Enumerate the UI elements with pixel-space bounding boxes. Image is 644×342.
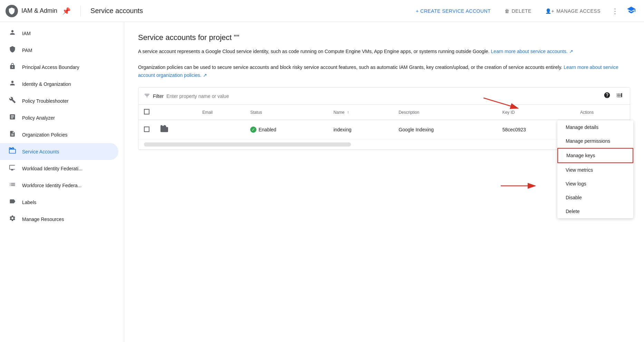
- content-area: Service accounts for project "" A servic…: [124, 22, 644, 342]
- sidebar-item-iam[interactable]: IAM: [0, 25, 118, 42]
- sidebar-item-policy-troubleshooter[interactable]: Policy Troubleshooter: [0, 92, 118, 109]
- sidebar-item-iam-label: IAM: [22, 31, 31, 36]
- sort-icon: ↑: [347, 110, 349, 115]
- sidebar-item-mr-label: Manage Resources: [22, 217, 64, 222]
- workforce-identity-icon: [8, 181, 17, 190]
- dropdown-manage-permissions[interactable]: Manage permissions: [557, 134, 633, 148]
- col-actions-header: Actions: [575, 105, 630, 120]
- sidebar-item-labels[interactable]: Labels: [0, 194, 118, 211]
- filter-label: Filter: [153, 93, 164, 99]
- org-policies-icon: [8, 130, 17, 139]
- table-header-row: Email Status Name ↑ Description Key ID A…: [138, 105, 630, 120]
- main-layout: IAM PAM Principal Access Boundary Identi…: [0, 22, 644, 342]
- dropdown-view-metrics[interactable]: View metrics: [557, 163, 633, 177]
- col-status-header: Status: [245, 105, 328, 120]
- col-email-header: Email: [197, 105, 245, 120]
- help-button[interactable]: [602, 90, 612, 102]
- app-logo-icon: [6, 5, 18, 17]
- content-desc1: A service account represents a Google Cl…: [138, 48, 630, 55]
- pin-icon: 📌: [62, 7, 71, 15]
- dropdown-disable[interactable]: Disable: [557, 191, 633, 204]
- sidebar-item-manage-resources[interactable]: Manage Resources: [0, 211, 118, 228]
- content-desc2: Organization policies can be used to sec…: [138, 63, 630, 79]
- sidebar-item-principal-access-boundary[interactable]: Principal Access Boundary: [0, 59, 118, 76]
- horizontal-scrollbar[interactable]: [144, 142, 351, 147]
- sidebar-item-identity-organization[interactable]: Identity & Organization: [0, 76, 118, 92]
- create-service-account-button[interactable]: + CREATE SERVICE ACCOUNT: [410, 6, 496, 17]
- app-logo: IAM & Admin 📌: [6, 5, 71, 17]
- col-icon-header: [155, 105, 197, 120]
- row-checkbox-cell: [138, 120, 155, 140]
- delete-button[interactable]: 🗑 DELETE: [499, 6, 537, 17]
- sidebar-item-pam-label: PAM: [22, 48, 32, 53]
- workload-identity-icon: [8, 164, 17, 173]
- sidebar-item-sa-label: Service Accounts: [22, 149, 59, 154]
- sidebar-item-workload-identity[interactable]: Workload Identity Federati...: [0, 160, 118, 177]
- toolbar-right: [602, 90, 624, 102]
- row-email-cell: [197, 120, 245, 140]
- top-header: IAM & Admin 📌 Service accounts + CREATE …: [0, 0, 644, 22]
- iam-icon: [8, 29, 17, 38]
- select-all-checkbox[interactable]: [144, 109, 149, 114]
- sidebar: IAM PAM Principal Access Boundary Identi…: [0, 22, 124, 342]
- row-description-cell: Google Indexing: [393, 120, 497, 140]
- sidebar-item-labels-label: Labels: [22, 200, 36, 205]
- dropdown-view-logs[interactable]: View logs: [557, 177, 633, 191]
- more-options-button[interactable]: ⋮: [609, 4, 621, 18]
- sidebar-item-pa-label: Policy Analyzer: [22, 115, 55, 121]
- sidebar-item-pam[interactable]: PAM: [0, 42, 118, 59]
- actions-dropdown-menu: Manage details Manage permissions Manage…: [557, 120, 633, 218]
- row-checkbox[interactable]: [144, 127, 149, 132]
- learn-more-sa-link[interactable]: Learn more about service accounts. ↗: [491, 49, 573, 54]
- columns-button[interactable]: [615, 90, 624, 102]
- sidebar-item-org-policies[interactable]: Organization Policies: [0, 126, 118, 143]
- sidebar-item-identity-label: Identity & Organization: [22, 81, 71, 87]
- manage-access-button[interactable]: 👤+ MANAGE ACCESS: [540, 6, 606, 17]
- row-icon-cell: [155, 120, 197, 140]
- delete-icon: 🗑: [505, 8, 510, 14]
- dropdown-manage-keys[interactable]: Manage keys: [557, 148, 633, 163]
- filter-icon: [144, 92, 150, 100]
- status-enabled: ✓ Enabled: [250, 127, 322, 133]
- dropdown-delete[interactable]: Delete: [557, 204, 633, 218]
- header-actions: + CREATE SERVICE ACCOUNT 🗑 DELETE 👤+ MAN…: [410, 3, 638, 19]
- sidebar-item-pab-label: Principal Access Boundary: [22, 64, 79, 70]
- sidebar-item-workforce-identity[interactable]: Workforce Identity Federa...: [0, 177, 118, 194]
- row-status-cell: ✓ Enabled: [245, 120, 328, 140]
- labels-icon: [8, 198, 17, 207]
- sidebar-item-pt-label: Policy Troubleshooter: [22, 98, 69, 104]
- identity-org-icon: [8, 80, 17, 88]
- service-accounts-table: Email Status Name ↑ Description Key ID A…: [138, 105, 630, 150]
- dropdown-manage-details[interactable]: Manage details: [557, 120, 633, 134]
- service-account-row-icon: [160, 127, 168, 134]
- sidebar-item-op-label: Organization Policies: [22, 132, 68, 138]
- table-row: ✓ Enabled indexing Google Indexing 58cec…: [138, 120, 630, 140]
- app-title: IAM & Admin: [21, 7, 57, 14]
- sidebar-item-wi-label: Workload Identity Federati...: [22, 166, 82, 171]
- scroll-bar-row: [138, 140, 630, 150]
- help-graduation-button[interactable]: [624, 3, 638, 19]
- col-name-header[interactable]: Name ↑: [328, 105, 393, 120]
- service-accounts-table-container: Filter: [138, 87, 630, 150]
- manage-access-icon: 👤+: [545, 8, 554, 14]
- pam-icon: [8, 46, 17, 54]
- policy-analyzer-icon: [8, 113, 17, 122]
- policy-troubleshooter-icon: [8, 97, 17, 105]
- principal-access-boundary-icon: [8, 63, 17, 71]
- sidebar-item-service-accounts[interactable]: Service Accounts: [0, 143, 118, 160]
- table-toolbar: Filter: [138, 88, 630, 105]
- header-divider: [80, 6, 81, 17]
- status-enabled-dot: ✓: [250, 127, 256, 133]
- col-description-header: Description: [393, 105, 497, 120]
- filter-input[interactable]: [166, 93, 599, 99]
- row-name-cell: indexing: [328, 120, 393, 140]
- scroll-bar-cell: [138, 140, 630, 150]
- col-keyid-header: Key ID: [497, 105, 574, 120]
- col-checkbox: [138, 105, 155, 120]
- content-title: Service accounts for project "": [138, 33, 630, 42]
- page-title-header: Service accounts: [90, 7, 406, 15]
- sidebar-item-wfi-label: Workforce Identity Federa...: [22, 183, 81, 188]
- service-accounts-icon: [8, 147, 17, 156]
- sidebar-item-policy-analyzer[interactable]: Policy Analyzer: [0, 109, 118, 126]
- manage-resources-icon: [8, 215, 17, 223]
